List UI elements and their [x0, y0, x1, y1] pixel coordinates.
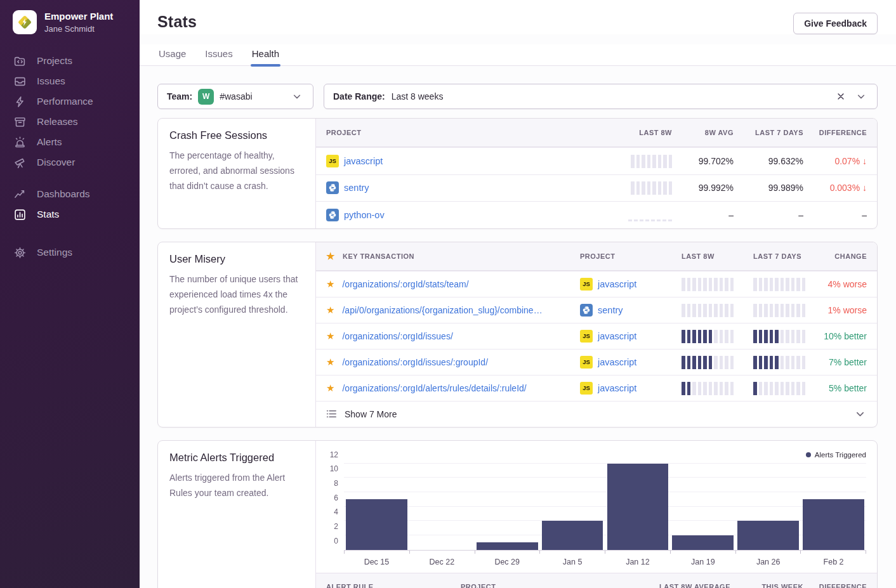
metric-alerts-summary: Metric Alerts Triggered Alerts triggered…: [158, 441, 316, 588]
col-key-transaction: Key Transaction: [343, 252, 414, 260]
key-transaction-star-icon[interactable]: ★: [326, 383, 334, 393]
transaction-link[interactable]: /organizations/:orgId/issues/: [342, 331, 452, 341]
last-7d-value: 99.632%: [734, 156, 803, 166]
project-link[interactable]: javascript: [598, 383, 636, 393]
project-link[interactable]: python-ov: [344, 210, 385, 220]
transaction-link[interactable]: /api/0/organizations/{organization_slug}…: [342, 305, 542, 315]
sparkline-last-8w: [596, 208, 672, 222]
key-transaction-star-icon[interactable]: ★: [326, 279, 334, 289]
show-more-row[interactable]: Show 7 More: [316, 401, 877, 427]
team-value: #wasabi: [220, 91, 252, 101]
team-avatar: W: [198, 89, 214, 105]
table-row: ★/organizations/:orgId/issues/:groupId/ …: [316, 349, 877, 375]
sidebar-item-settings[interactable]: Settings: [14, 242, 140, 263]
performance-icon: [14, 96, 26, 108]
tab-health[interactable]: Health: [251, 44, 280, 65]
change-value: 1% worse: [815, 305, 867, 315]
change-value: 4% worse: [815, 279, 867, 289]
key-transaction-star-icon[interactable]: ★: [326, 331, 334, 341]
date-range-select[interactable]: Date Range: Last 8 weeks: [324, 84, 878, 109]
col-last-7-days: Last 7 Days: [753, 252, 815, 260]
org-switcher[interactable]: Empower Plant Jane Schmidt: [0, 0, 140, 51]
sidebar-item-releases[interactable]: Releases: [14, 112, 140, 132]
team-select[interactable]: Team: W #wasabi: [157, 84, 313, 109]
page-header: Stats Give Feedback: [140, 0, 896, 34]
tab-usage[interactable]: Usage: [157, 44, 187, 65]
chart-plot: 024681012: [344, 464, 866, 551]
sidebar-item-stats[interactable]: Stats: [14, 204, 140, 225]
sidebar-item-label: Dashboards: [37, 188, 90, 200]
legend-dot-icon: [806, 452, 811, 457]
key-transaction-star-icon[interactable]: ★: [326, 305, 334, 315]
sidebar-item-alerts[interactable]: Alerts: [14, 132, 140, 152]
arrow-down-icon: ↓: [862, 183, 867, 193]
project-link[interactable]: javascript: [598, 331, 636, 341]
sparkline-last-8w: [682, 355, 753, 369]
alerts-icon: [14, 136, 26, 148]
sidebar-item-dashboards[interactable]: Dashboards: [14, 184, 140, 204]
sidebar-item-label: Stats: [37, 209, 59, 220]
project-link[interactable]: javascript: [598, 357, 636, 367]
project-link[interactable]: javascript: [344, 156, 383, 166]
python-platform-icon: [326, 181, 339, 194]
transaction-link[interactable]: /organizations/:orgId/stats/team/: [342, 279, 468, 289]
table-row: ★/organizations/:orgId/alerts/rules/deta…: [316, 375, 877, 401]
transaction-link[interactable]: /organizations/:orgId/alerts/rules/detai…: [342, 383, 526, 393]
give-feedback-button[interactable]: Give Feedback: [793, 13, 878, 34]
transaction-link[interactable]: /organizations/:orgId/issues/:groupId/: [342, 357, 488, 367]
filter-bar: Team: W #wasabi Date Range: Last 8 weeks: [157, 84, 878, 109]
sidebar-item-label: Discover: [37, 157, 75, 168]
sidebar-item-performance[interactable]: Performance: [14, 91, 140, 112]
sidebar-item-label: Alerts: [37, 136, 62, 148]
chevron-down-icon[interactable]: [290, 89, 304, 103]
change-value: 7% better: [815, 357, 867, 367]
javascript-platform-icon: JS: [326, 155, 339, 167]
col-difference: Difference: [803, 583, 867, 588]
table-row: sentry 99.992% 99.989% 0.003% ↓: [316, 174, 877, 202]
tab-bar: Usage Issues Health: [140, 44, 896, 66]
sidebar-item-projects[interactable]: Projects: [14, 51, 140, 71]
avg-8w-value: 99.992%: [672, 183, 734, 193]
col-difference: Difference: [803, 129, 867, 136]
project-link[interactable]: sentry: [598, 305, 623, 315]
crash-free-table: Project Last 8W 8W Avg Last 7 Days Diffe…: [316, 119, 877, 228]
sparkline-last-8w: [596, 181, 672, 195]
sparkline-last-7d: [753, 303, 815, 317]
sidebar-nav: Projects Issues Performance Releases Ale…: [0, 51, 140, 263]
sparkline-last-7d: [753, 329, 815, 343]
col-last-7-days: Last 7 Days: [734, 129, 803, 136]
alerts-chart: Alerts Triggered 024681012 Dec 15Dec 22D…: [316, 441, 877, 573]
javascript-platform-icon: JS: [580, 278, 593, 291]
sidebar: Empower Plant Jane Schmidt Projects Issu…: [0, 0, 140, 588]
difference-value: –: [803, 210, 867, 220]
difference-value: 0.003% ↓: [803, 183, 867, 193]
key-transaction-star-icon[interactable]: ★: [326, 357, 334, 367]
sidebar-item-label: Issues: [37, 75, 65, 87]
sidebar-item-discover[interactable]: Discover: [14, 152, 140, 173]
sidebar-item-issues[interactable]: Issues: [14, 71, 140, 91]
project-link[interactable]: javascript: [598, 279, 636, 289]
project-link[interactable]: sentry: [344, 183, 369, 193]
sidebar-item-label: Performance: [37, 96, 93, 107]
main: Stats Give Feedback Usage Issues Health …: [140, 0, 896, 588]
issues-icon: [14, 75, 26, 88]
metric-alerts-body: Alerts Triggered 024681012 Dec 15Dec 22D…: [316, 441, 877, 588]
discover-icon: [14, 157, 26, 169]
chevron-down-icon[interactable]: [853, 407, 867, 421]
change-value: 10% better: [815, 331, 867, 341]
change-value: 5% better: [815, 383, 867, 393]
table-row: ★/api/0/organizations/{organization_slug…: [316, 297, 877, 323]
panel-description: Alerts triggered from the Alert Rules yo…: [169, 470, 304, 500]
releases-icon: [14, 116, 26, 128]
metric-alerts-panel: Metric Alerts Triggered Alerts triggered…: [157, 440, 878, 588]
tab-issues[interactable]: Issues: [204, 44, 234, 65]
empower-plant-logo-icon: [17, 15, 32, 30]
clear-date-icon[interactable]: [834, 89, 848, 103]
crash-free-summary: Crash Free Sessions The percentage of he…: [158, 119, 316, 228]
panel-description: The percentage of healthy, errored, and …: [169, 148, 304, 193]
org-name: Empower Plant: [44, 11, 113, 23]
list-icon: [326, 408, 337, 419]
chevron-down-icon[interactable]: [854, 89, 868, 103]
user-misery-table: ★Key Transaction Project Last 8W Last 7 …: [316, 242, 877, 427]
alerts-table-header: Alert Rule Project Last 8W Average This …: [316, 573, 877, 588]
